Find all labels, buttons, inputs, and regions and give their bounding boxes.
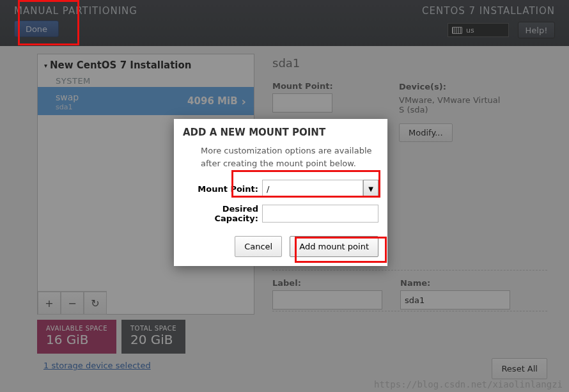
dialog-buttons: Cancel Add mount point [183,236,378,257]
dialog-mount-row: Mount Point: ▼ [183,180,378,198]
dialog-description: More customization options are available… [201,145,378,169]
dialog-mount-label: Mount Point: [183,184,258,194]
watermark: https://blog.csdn.net/xiaolinlangzi [374,379,563,389]
mount-point-dropdown-button[interactable]: ▼ [363,180,378,198]
dialog-capacity-input[interactable] [262,205,378,223]
dialog-title: ADD A NEW MOUNT POINT [183,127,378,138]
mount-point-combo: ▼ [262,180,378,198]
add-mount-point-button[interactable]: Add mount point [290,236,378,257]
dialog-capacity-row: Desired Capacity: [183,204,378,223]
cancel-button[interactable]: Cancel [235,236,282,257]
dialog-capacity-label: Desired Capacity: [183,204,258,223]
dialog-mount-input[interactable] [262,180,363,198]
add-mount-point-dialog: ADD A NEW MOUNT POINT More customization… [174,119,387,266]
